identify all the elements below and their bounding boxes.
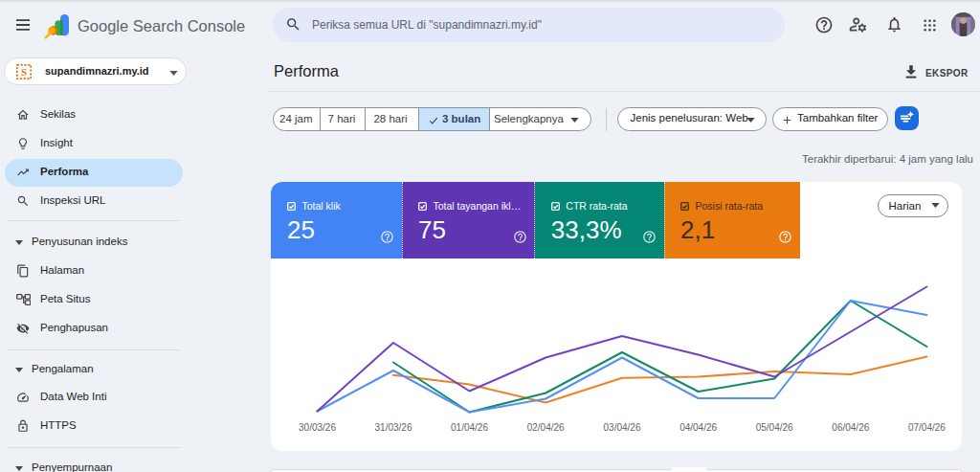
svg-text:S: S — [20, 66, 26, 78]
svg-text:05/04/26: 05/04/26 — [756, 422, 793, 433]
svg-text:31/03/26: 31/03/26 — [375, 422, 412, 433]
svg-text:01/04/26: 01/04/26 — [451, 422, 488, 433]
svg-text:30/03/26: 30/03/26 — [299, 422, 336, 433]
svg-text:02/04/26: 02/04/26 — [527, 422, 565, 433]
svg-text:04/04/26: 04/04/26 — [679, 422, 717, 433]
svg-text:03/04/26: 03/04/26 — [604, 422, 641, 433]
svg-text:07/04/26: 07/04/26 — [908, 422, 946, 433]
svg-text:06/04/26: 06/04/26 — [832, 422, 869, 433]
